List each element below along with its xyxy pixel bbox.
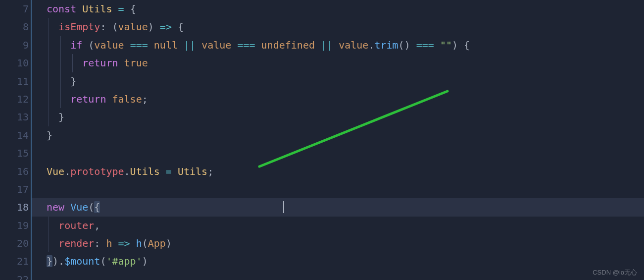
token-prop: render <box>58 237 94 249</box>
token-prop: router <box>58 220 94 231</box>
token-op: || <box>321 39 333 51</box>
code-line[interactable] <box>32 180 644 198</box>
token-punct: . <box>64 166 70 177</box>
token-default <box>458 39 464 51</box>
text-cursor <box>283 201 284 213</box>
code-line[interactable]: } <box>32 126 644 144</box>
code-line[interactable]: isEmpty: (value) => { <box>32 18 644 36</box>
token-punct: ) <box>142 255 148 267</box>
token-default <box>106 21 112 33</box>
token-op: || <box>184 39 196 51</box>
token-punct-hl: } <box>47 255 52 267</box>
token-default <box>154 21 160 33</box>
token-param: null <box>154 39 178 51</box>
indent-guide <box>49 54 49 72</box>
token-param: h <box>106 237 112 249</box>
token-default <box>172 166 178 177</box>
code-line[interactable]: new Vue({ <box>32 198 644 216</box>
token-param: value <box>94 39 124 51</box>
token-str: '#app' <box>106 255 142 267</box>
line-number: 10 <box>0 54 29 72</box>
token-default <box>410 39 416 51</box>
indent-guide <box>49 108 49 126</box>
indent-guide <box>49 36 49 54</box>
token-default <box>196 39 201 51</box>
code-editor[interactable]: 78910111213141516171819202122 const Util… <box>0 0 644 280</box>
indent-guide <box>49 90 49 108</box>
code-line[interactable]: } <box>32 108 644 126</box>
line-number-gutter: 78910111213141516171819202122 <box>0 0 32 280</box>
token-op: === <box>130 39 148 51</box>
indent-guide <box>49 234 49 252</box>
indent-guide <box>60 36 61 54</box>
line-number: 19 <box>0 217 29 234</box>
token-default <box>118 57 124 69</box>
indent-guide <box>72 54 73 72</box>
line-number: 18 <box>0 198 29 216</box>
token-op: = <box>118 3 124 15</box>
token-fn: h <box>136 237 142 249</box>
token-var: Utils <box>130 166 160 177</box>
code-line[interactable]: if (value === null || value === undefine… <box>32 36 644 54</box>
token-op: = <box>166 166 172 177</box>
token-default <box>64 201 70 213</box>
line-number: 7 <box>0 0 29 18</box>
code-line[interactable]: router, <box>32 217 644 234</box>
code-area[interactable]: const Utils = { isEmpty: (value) => { if… <box>32 0 644 280</box>
token-param: App <box>148 237 166 249</box>
line-number: 17 <box>0 180 29 198</box>
token-fn: $mount <box>64 255 100 267</box>
code-line[interactable]: render: h => h(App) <box>32 234 644 252</box>
line-number: 12 <box>0 90 29 108</box>
line-number: 16 <box>0 163 29 180</box>
token-punct: } <box>70 75 76 87</box>
code-line[interactable] <box>32 144 644 162</box>
token-var: Utils <box>178 166 207 177</box>
line-number: 21 <box>0 252 29 270</box>
indent-guide <box>49 217 49 234</box>
token-param: true <box>124 57 148 69</box>
code-line[interactable]: }).$mount('#app') <box>32 252 644 270</box>
watermark: CSDN @io无心 <box>593 268 637 277</box>
token-punct: . <box>124 166 130 177</box>
token-default <box>315 39 321 51</box>
token-punct: ( <box>88 201 94 213</box>
token-punct-hl: { <box>94 201 100 213</box>
token-kw: return <box>70 93 106 105</box>
token-kw: if <box>70 39 82 51</box>
token-kw: new <box>47 201 64 213</box>
token-fn: trim <box>374 39 398 51</box>
token-default <box>106 93 112 105</box>
token-punct: : <box>94 237 100 249</box>
indent-guide <box>60 90 61 108</box>
token-var: Utils <box>82 3 112 15</box>
indent-guide <box>49 18 49 36</box>
token-punct: ( <box>142 237 148 249</box>
token-fn: Vue <box>70 201 88 213</box>
token-default <box>76 3 82 15</box>
token-str: "" <box>440 39 452 51</box>
code-line[interactable]: const Utils = { <box>32 0 644 18</box>
token-default <box>333 39 339 51</box>
code-line[interactable]: return false; <box>32 90 644 108</box>
token-default <box>47 75 70 87</box>
code-line[interactable]: } <box>32 72 644 90</box>
token-prop: prototype <box>70 166 124 177</box>
line-number: 11 <box>0 72 29 90</box>
code-line[interactable] <box>32 271 644 280</box>
token-punct: { <box>130 3 136 15</box>
token-punct: : <box>100 21 106 33</box>
token-default <box>112 237 118 249</box>
token-punct: ( <box>88 39 94 51</box>
token-punct: . <box>368 39 374 51</box>
code-line[interactable]: Vue.prototype.Utils = Utils; <box>32 163 644 180</box>
token-default <box>434 39 440 51</box>
token-kw: const <box>47 3 76 15</box>
token-var: Vue <box>47 166 64 177</box>
token-param: value <box>339 39 368 51</box>
token-op: === <box>416 39 434 51</box>
code-line[interactable]: return true <box>32 54 644 72</box>
token-punct: , <box>94 220 100 231</box>
token-default <box>124 3 130 15</box>
token-default <box>82 39 88 51</box>
